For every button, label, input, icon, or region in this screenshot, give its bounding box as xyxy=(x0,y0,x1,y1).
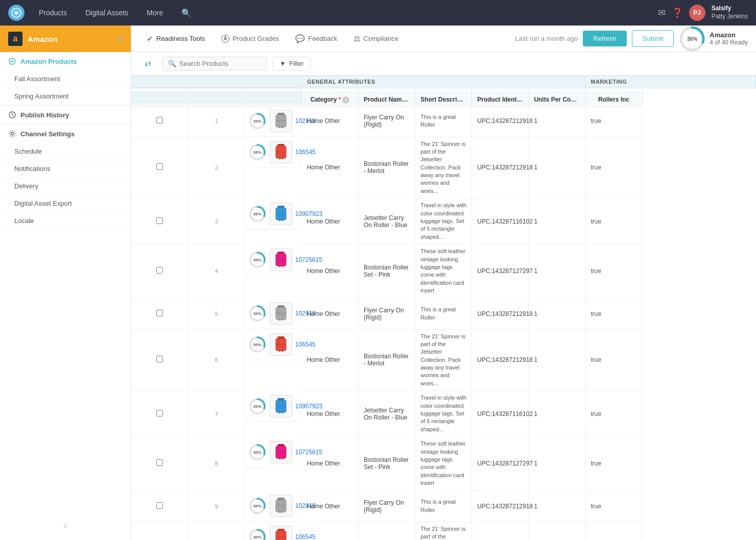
svg-rect-77 xyxy=(279,458,280,459)
svg-rect-13 xyxy=(276,120,286,122)
rollers-inc-cell: true xyxy=(585,199,642,244)
submit-button[interactable]: Submit xyxy=(632,30,674,47)
row-number: 7 xyxy=(188,391,245,437)
user-avatar[interactable]: PJ xyxy=(689,5,705,21)
tab-compliance[interactable]: ⚖ Compliance xyxy=(346,30,406,47)
sidebar-item-spring-assortment[interactable]: Spring Assortment xyxy=(0,88,131,105)
tab-feedback[interactable]: 💬 Feedback xyxy=(288,30,344,47)
product-identifier-cell: UPC;143287127297 xyxy=(472,244,529,298)
sidebar-item-digital-asset-export[interactable]: Digital Asset Export xyxy=(0,195,131,212)
readiness-mini: 30% xyxy=(248,443,267,461)
svg-rect-93 xyxy=(282,531,284,540)
row-number: 10 xyxy=(188,522,245,540)
col-header-product-name[interactable]: Product Name *i xyxy=(359,91,415,108)
products-table: GENERAL ATTRIBUTES MARKETING Product ID … xyxy=(131,76,756,540)
readiness-mini: 30% xyxy=(248,497,267,515)
short-desc-cell: Travel in style with color coordinated l… xyxy=(415,199,472,244)
product-id-link[interactable]: 106545 xyxy=(295,149,316,156)
sidebar-publish-history[interactable]: Publish History xyxy=(0,105,131,124)
row-checkbox[interactable] xyxy=(156,117,163,124)
product-id-cell: 30% 10725615 xyxy=(245,437,302,468)
product-thumbnail xyxy=(270,203,292,225)
short-desc-cell: This is a great Roller xyxy=(415,105,472,137)
product-id-link[interactable]: 10907923 xyxy=(295,403,322,410)
row-checkbox[interactable] xyxy=(156,310,163,316)
rollers-inc-cell: true xyxy=(585,137,642,199)
product-id-link[interactable]: 10725615 xyxy=(295,449,322,456)
tab-readiness-tools[interactable]: ✓ Readiness Tools xyxy=(139,30,212,47)
short-desc-cell: The 21' Spinner is part of the Jetsetter… xyxy=(415,522,472,540)
search-button[interactable]: 🔍 xyxy=(181,8,192,18)
filter-button[interactable]: ▼ Filter xyxy=(273,57,311,70)
product-name-cell: Bostonian Roller - Merlot xyxy=(359,137,415,199)
product-id-link[interactable]: 106545 xyxy=(295,533,316,540)
product-name-cell: Bostonian Roller Set - Pink xyxy=(359,244,415,298)
short-desc-cell: This is a great Roller xyxy=(415,298,472,329)
help-icon[interactable]: ❓ xyxy=(672,7,683,18)
nav-products[interactable]: Products xyxy=(35,7,71,19)
category-cell: Home Other xyxy=(301,329,358,391)
nav-more[interactable]: More xyxy=(143,7,167,19)
col-header-units-per-consumer[interactable]: Units Per Consumer... xyxy=(529,91,585,108)
refresh-button[interactable]: Refresh xyxy=(583,31,627,46)
readiness-info: Amazon 4 of 40 Ready xyxy=(710,31,748,46)
products-table-container: GENERAL ATTRIBUTES MARKETING Product ID … xyxy=(131,76,756,540)
col-header-short-desc[interactable]: Short Description * xyxy=(415,91,472,108)
sidebar-item-notifications[interactable]: Notifications xyxy=(0,160,131,178)
svg-rect-27 xyxy=(277,206,285,208)
readiness-mini: 30% xyxy=(248,397,267,415)
row-checkbox[interactable] xyxy=(156,163,163,170)
product-id-link[interactable]: 10725615 xyxy=(295,256,322,263)
row-number: 2 xyxy=(188,137,245,199)
group-marketing: MARKETING xyxy=(585,76,756,88)
svg-rect-78 xyxy=(281,458,283,459)
product-thumbnail xyxy=(270,495,292,517)
sidebar-item-locale[interactable]: Locale xyxy=(0,212,131,230)
svg-rect-76 xyxy=(276,451,286,453)
mail-icon[interactable]: ✉ xyxy=(658,7,666,18)
row-checkbox-cell xyxy=(131,137,188,199)
sync-button[interactable]: ⇄ xyxy=(139,56,156,71)
sidebar-item-delivery[interactable]: Delivery xyxy=(0,178,131,195)
channel-settings-label: Channel Settings xyxy=(20,130,75,138)
row-checkbox-cell xyxy=(131,329,188,391)
row-checkbox-cell xyxy=(131,490,188,522)
channel-chevron-icon[interactable]: ▾ xyxy=(119,34,123,43)
svg-rect-60 xyxy=(281,350,283,352)
sidebar-collapse-button[interactable]: « xyxy=(0,522,131,530)
readiness-subtitle: 4 of 40 Ready xyxy=(710,39,748,46)
units-per-consumer-cell: 1 xyxy=(529,329,585,391)
short-desc-cell: The 21' Spinner is part of the Jetsetter… xyxy=(415,329,472,391)
row-checkbox[interactable] xyxy=(156,502,163,509)
sidebar-channel-settings[interactable]: Channel Settings xyxy=(0,124,131,143)
sidebar-item-fall-assortment[interactable]: Fall Assortment xyxy=(0,70,131,88)
nav-digital-assets[interactable]: Digital Assets xyxy=(81,7,132,19)
search-box: 🔍 xyxy=(162,57,267,70)
category-info-icon[interactable]: i xyxy=(342,96,349,103)
col-header-product-identifiers[interactable]: Product Identifiers * xyxy=(472,91,529,108)
row-checkbox[interactable] xyxy=(156,410,163,416)
svg-rect-24 xyxy=(281,158,283,159)
product-name-cell: Bostonian Roller Set - Pink xyxy=(359,437,415,490)
row-checkbox[interactable] xyxy=(156,459,163,466)
product-thumbnail xyxy=(270,249,292,271)
table-row: 8 30% 10725615 Home Other Bostonian Roll… xyxy=(131,437,756,490)
channel-header[interactable]: a Amazon ▾ xyxy=(0,26,131,52)
tab-product-grades[interactable]: A Product Grades xyxy=(214,31,286,47)
svg-rect-42 xyxy=(281,265,283,267)
short-desc-cell: Travel in style with color coordinated l… xyxy=(415,391,472,437)
search-input[interactable] xyxy=(179,60,261,67)
rollers-inc-cell: true xyxy=(585,329,642,391)
product-id-link[interactable]: 106545 xyxy=(295,341,316,348)
col-header-rollers-inc[interactable]: Rollers Inc xyxy=(585,91,642,108)
name-info-icon[interactable]: i xyxy=(411,96,415,103)
sidebar-item-schedule[interactable]: Schedule xyxy=(0,143,131,160)
sidebar-item-amazon-products[interactable]: Amazon Products xyxy=(0,52,131,70)
product-id-link[interactable]: 10907923 xyxy=(295,210,322,217)
col-header-category[interactable]: Category *i xyxy=(301,91,358,108)
row-checkbox[interactable] xyxy=(156,217,163,224)
tab-readiness-label: Readiness Tools xyxy=(156,35,205,42)
svg-rect-33 xyxy=(281,219,283,221)
row-checkbox[interactable] xyxy=(156,267,163,274)
row-checkbox[interactable] xyxy=(156,356,163,362)
